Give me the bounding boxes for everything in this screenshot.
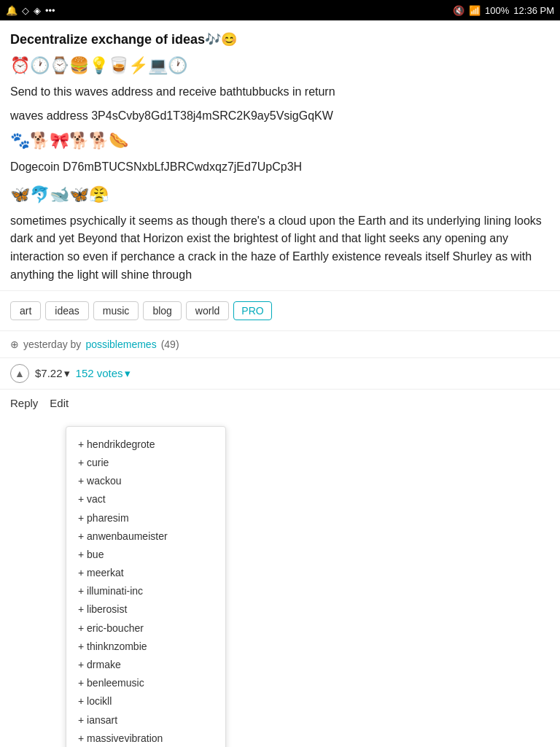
voter-item: + locikll <box>78 692 214 711</box>
edit-button[interactable]: Edit <box>50 397 69 409</box>
action-row: Reply Edit + hendrikdegrote+ curie+ wack… <box>0 390 560 417</box>
status-left-icons: 🔔 ◇ ◈ ••• <box>6 5 55 16</box>
votes-dropdown: + hendrikdegrote+ curie+ wackou+ vact+ p… <box>66 426 226 747</box>
tag-art[interactable]: art <box>10 301 41 320</box>
waves-address: waves address 3P4sCvby8Gd1T38j4mSRC2K9ay… <box>10 107 550 125</box>
voter-item: + curie <box>78 454 214 472</box>
voter-item: + meerkat <box>78 564 214 582</box>
voter-item: + benleemusic <box>78 674 214 692</box>
voter-item: + vact <box>78 490 214 508</box>
time-text: yesterday by <box>23 338 81 350</box>
tag-music[interactable]: music <box>93 301 139 320</box>
notification-icon: 🔔 <box>6 5 18 16</box>
upvote-button[interactable]: ▲ <box>10 364 29 383</box>
vote-count[interactable]: 152 votes ▾ <box>76 367 131 380</box>
tag-ideas[interactable]: ideas <box>45 301 88 320</box>
mute-icon: 🔇 <box>453 5 464 16</box>
tag-promoted[interactable]: PRO <box>233 301 271 320</box>
dogecoin-line: Dogecoin D76mBTUCSNxbLfJBRCwdxqz7jEd7UpC… <box>10 158 550 177</box>
voter-item: + pharesim <box>78 509 214 527</box>
post-title: Decentralize exchange of ideas🎶😊 <box>10 31 550 49</box>
voter-item: + anwenbaumeister <box>78 527 214 546</box>
vote-count-dropdown-icon: ▾ <box>125 367 131 380</box>
voter-item: + illuminati-inc <box>78 582 214 600</box>
voter-item: + thinknzombie <box>78 638 214 656</box>
vote-row: ▲ $7.22 ▾ 152 votes ▾ <box>0 358 560 390</box>
time-display: 12:36 PM <box>513 5 554 16</box>
time-icon: ⊕ <box>10 338 19 350</box>
wifi-icon: 📶 <box>469 5 481 16</box>
author-link[interactable]: possiblememes <box>85 338 156 350</box>
vote-amount-value: $7.22 <box>35 367 63 379</box>
voter-item: + bue <box>78 546 214 564</box>
voter-item: + iansart <box>78 711 214 729</box>
emoji-row-2: 🐾🐕🎀🐕🐕🌭 <box>10 128 550 152</box>
voter-item: + massivevibration <box>78 729 214 747</box>
voter-list: + hendrikdegrote+ curie+ wackou+ vact+ p… <box>78 436 214 747</box>
voter-item: + hendrikdegrote <box>78 436 214 454</box>
meta-row: ⊕ yesterday by possiblememes (49) <box>0 331 560 358</box>
vote-amount[interactable]: $7.22 ▾ <box>35 367 70 380</box>
battery-label: 100% <box>485 5 509 16</box>
tag-blog[interactable]: blog <box>143 301 181 320</box>
tags-row: art ideas music blog world PRO <box>0 290 560 331</box>
voter-item: + drmake <box>78 656 214 674</box>
vote-amount-dropdown-icon: ▾ <box>64 367 70 380</box>
author-rep: (49) <box>161 338 179 350</box>
post-body-line1: Send to this waves address and receive b… <box>10 83 550 101</box>
voter-item: + wackou <box>78 472 214 490</box>
reply-button[interactable]: Reply <box>10 397 38 409</box>
tag-world[interactable]: world <box>186 301 229 320</box>
emoji-row-1: ⏰🕐⌚🍔💡🥃⚡💻🕐 <box>10 53 550 77</box>
app-icon-1: ◇ <box>22 5 29 16</box>
upvote-icon: ▲ <box>15 368 25 379</box>
post-content: Decentralize exchange of ideas🎶😊 ⏰🕐⌚🍔💡🥃⚡… <box>0 20 560 285</box>
vote-count-value: 152 votes <box>76 367 123 379</box>
app-icon-2: ◈ <box>34 5 41 16</box>
more-icon: ••• <box>45 5 55 16</box>
status-right-icons: 🔇 📶 100% 12:36 PM <box>453 5 554 16</box>
status-bar: 🔔 ◇ ◈ ••• 🔇 📶 100% 12:36 PM <box>0 0 560 20</box>
voter-item: + liberosist <box>78 600 214 619</box>
emoji-row-3: 🦋🐬🐋🦋😤 <box>10 182 550 206</box>
post-paragraph: sometimes psychically it seems as though… <box>10 212 550 285</box>
voter-item: + eric-boucher <box>78 619 214 638</box>
